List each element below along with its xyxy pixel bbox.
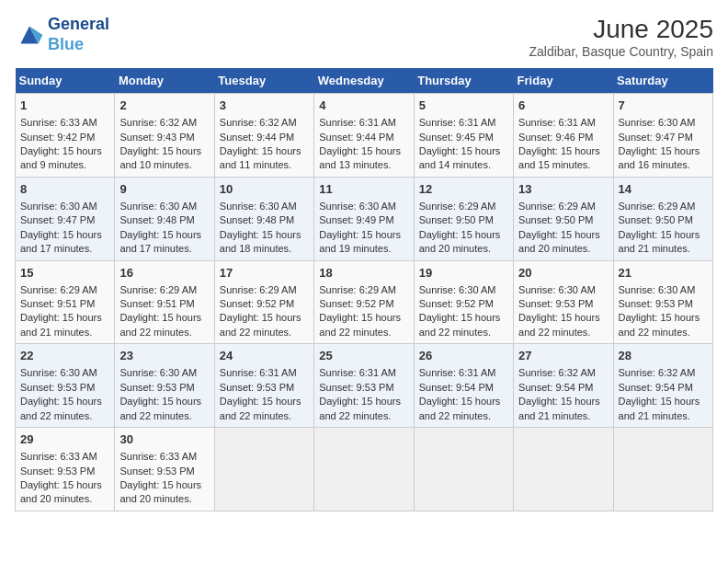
calendar-cell: 25Sunrise: 6:31 AMSunset: 9:53 PMDayligh…	[314, 344, 414, 428]
calendar-cell: 10Sunrise: 6:30 AMSunset: 9:48 PMDayligh…	[214, 177, 313, 260]
header-cell-thursday: Thursday	[414, 68, 513, 94]
day-number: 15	[20, 265, 109, 282]
title-block: June 2025 Zaldibar, Basque Country, Spai…	[529, 15, 713, 59]
calendar-cell: 21Sunrise: 6:30 AMSunset: 9:53 PMDayligh…	[613, 260, 712, 344]
day-number: 1	[20, 98, 109, 114]
calendar-cell: 8Sunrise: 6:30 AMSunset: 9:47 PMDaylight…	[16, 177, 115, 260]
calendar-cell: 6Sunrise: 6:31 AMSunset: 9:46 PMDaylight…	[514, 94, 613, 178]
day-number: 13	[518, 181, 608, 198]
calendar-cell: 9Sunrise: 6:30 AMSunset: 9:48 PMDaylight…	[115, 177, 214, 260]
calendar-cell: 2Sunrise: 6:32 AMSunset: 9:43 PMDaylight…	[115, 94, 214, 178]
logo: GeneralBlue	[15, 15, 109, 54]
calendar-cell: 15Sunrise: 6:29 AMSunset: 9:51 PMDayligh…	[16, 260, 115, 344]
header-row: SundayMondayTuesdayWednesdayThursdayFrid…	[16, 68, 713, 94]
day-number: 18	[319, 265, 408, 282]
calendar-cell: 17Sunrise: 6:29 AMSunset: 9:52 PMDayligh…	[214, 260, 313, 344]
calendar-cell: 29Sunrise: 6:33 AMSunset: 9:53 PMDayligh…	[16, 428, 115, 511]
day-number: 11	[319, 181, 408, 198]
calendar-cell: 20Sunrise: 6:30 AMSunset: 9:53 PMDayligh…	[514, 260, 613, 344]
calendar-cell: 16Sunrise: 6:29 AMSunset: 9:51 PMDayligh…	[115, 260, 214, 344]
header-cell-monday: Monday	[115, 68, 214, 94]
header-cell-saturday: Saturday	[613, 68, 712, 94]
calendar-cell	[613, 428, 712, 511]
day-number: 2	[119, 98, 209, 114]
calendar-week-1: 1Sunrise: 6:33 AMSunset: 9:42 PMDaylight…	[16, 94, 713, 178]
calendar-week-4: 22Sunrise: 6:30 AMSunset: 9:53 PMDayligh…	[16, 344, 713, 428]
calendar-cell: 11Sunrise: 6:30 AMSunset: 9:49 PMDayligh…	[314, 177, 414, 260]
day-number: 22	[20, 348, 109, 364]
calendar-cell: 19Sunrise: 6:30 AMSunset: 9:52 PMDayligh…	[414, 260, 513, 344]
logo-text: GeneralBlue	[48, 15, 109, 54]
calendar-cell: 30Sunrise: 6:33 AMSunset: 9:53 PMDayligh…	[115, 428, 214, 511]
calendar-cell: 3Sunrise: 6:32 AMSunset: 9:44 PMDaylight…	[214, 94, 313, 178]
day-number: 23	[119, 348, 209, 364]
day-number: 30	[119, 431, 209, 448]
main-title: June 2025	[529, 15, 713, 44]
calendar-cell: 26Sunrise: 6:31 AMSunset: 9:54 PMDayligh…	[414, 344, 513, 428]
day-number: 5	[419, 98, 508, 114]
day-number: 9	[119, 181, 209, 198]
calendar-cell: 12Sunrise: 6:29 AMSunset: 9:50 PMDayligh…	[414, 177, 513, 260]
calendar-cell	[514, 428, 613, 511]
header-cell-friday: Friday	[514, 68, 613, 94]
day-number: 17	[220, 265, 309, 282]
calendar-cell: 4Sunrise: 6:31 AMSunset: 9:44 PMDaylight…	[314, 94, 414, 178]
day-number: 20	[518, 265, 608, 282]
calendar-cell: 13Sunrise: 6:29 AMSunset: 9:50 PMDayligh…	[514, 177, 613, 260]
calendar-cell: 23Sunrise: 6:30 AMSunset: 9:53 PMDayligh…	[115, 344, 214, 428]
day-number: 3	[220, 98, 309, 114]
day-number: 10	[220, 181, 309, 198]
calendar-cell: 18Sunrise: 6:29 AMSunset: 9:52 PMDayligh…	[314, 260, 414, 344]
day-number: 6	[518, 98, 608, 114]
day-number: 14	[619, 181, 708, 198]
page-header: GeneralBlue June 2025 Zaldibar, Basque C…	[15, 15, 713, 59]
day-number: 7	[619, 98, 708, 114]
day-number: 28	[619, 348, 708, 364]
day-number: 12	[419, 181, 508, 198]
day-number: 24	[220, 348, 309, 364]
calendar-header: SundayMondayTuesdayWednesdayThursdayFrid…	[16, 68, 713, 94]
calendar-cell	[214, 428, 313, 511]
day-number: 16	[119, 265, 209, 282]
day-number: 25	[319, 348, 408, 364]
header-cell-tuesday: Tuesday	[214, 68, 313, 94]
calendar-week-2: 8Sunrise: 6:30 AMSunset: 9:47 PMDaylight…	[16, 177, 713, 260]
logo-icon	[15, 20, 44, 50]
day-number: 29	[20, 431, 109, 448]
day-number: 19	[419, 265, 508, 282]
day-number: 8	[20, 181, 109, 198]
header-cell-sunday: Sunday	[16, 68, 115, 94]
day-number: 27	[518, 348, 608, 364]
header-cell-wednesday: Wednesday	[314, 68, 414, 94]
day-number: 26	[419, 348, 508, 364]
calendar-body: 1Sunrise: 6:33 AMSunset: 9:42 PMDaylight…	[16, 94, 713, 511]
calendar-cell	[414, 428, 513, 511]
calendar-cell: 27Sunrise: 6:32 AMSunset: 9:54 PMDayligh…	[514, 344, 613, 428]
calendar-cell: 28Sunrise: 6:32 AMSunset: 9:54 PMDayligh…	[613, 344, 712, 428]
calendar-week-5: 29Sunrise: 6:33 AMSunset: 9:53 PMDayligh…	[16, 428, 713, 511]
calendar-cell: 1Sunrise: 6:33 AMSunset: 9:42 PMDaylight…	[16, 94, 115, 178]
calendar-cell: 7Sunrise: 6:30 AMSunset: 9:47 PMDaylight…	[613, 94, 712, 178]
calendar-cell	[314, 428, 414, 511]
calendar-table: SundayMondayTuesdayWednesdayThursdayFrid…	[15, 68, 713, 511]
calendar-cell: 22Sunrise: 6:30 AMSunset: 9:53 PMDayligh…	[16, 344, 115, 428]
calendar-cell: 5Sunrise: 6:31 AMSunset: 9:45 PMDaylight…	[414, 94, 513, 178]
subtitle: Zaldibar, Basque Country, Spain	[529, 44, 713, 59]
calendar-cell: 14Sunrise: 6:29 AMSunset: 9:50 PMDayligh…	[613, 177, 712, 260]
calendar-week-3: 15Sunrise: 6:29 AMSunset: 9:51 PMDayligh…	[16, 260, 713, 344]
day-number: 4	[319, 98, 408, 114]
calendar-cell: 24Sunrise: 6:31 AMSunset: 9:53 PMDayligh…	[214, 344, 313, 428]
day-number: 21	[619, 265, 708, 282]
